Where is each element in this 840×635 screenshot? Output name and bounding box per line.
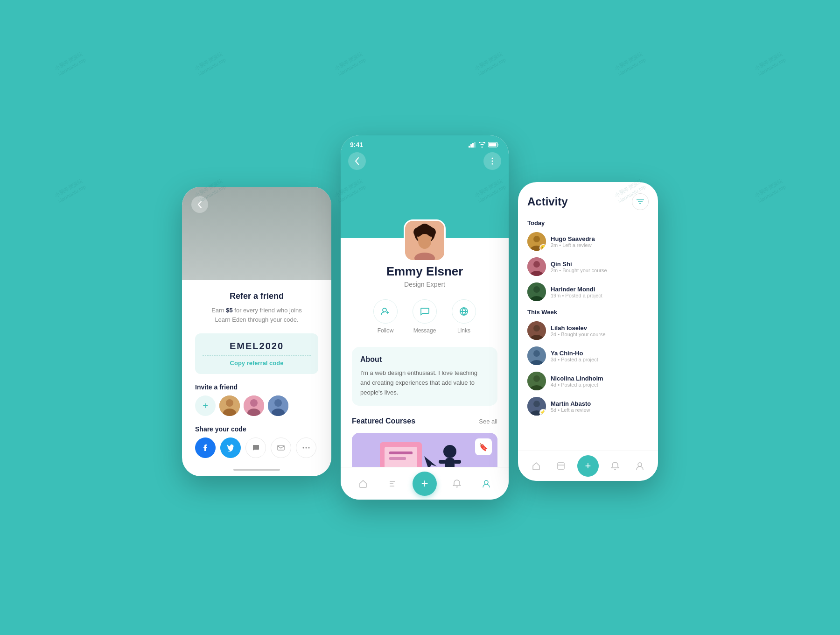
watermark-12: 小脑斧资源站xiaonaofu.top [678, 100, 840, 281]
profile-actions: Follow Message Links [352, 299, 497, 334]
nav-notifications[interactable] [448, 474, 466, 493]
svg-point-7 [274, 399, 282, 407]
profile-avatar [404, 219, 446, 261]
activity-title: Activity [527, 195, 568, 208]
activity-emoji-hugo: 😊 [539, 244, 546, 251]
nav-home[interactable] [354, 474, 372, 493]
svg-point-4 [250, 399, 258, 407]
svg-rect-71 [558, 463, 564, 469]
activity-nicolina: Nicolina Lindholm 4d • Posted a project [527, 372, 649, 390]
facebook-share-button[interactable] [195, 437, 216, 458]
activity-info-qin: Qin Shi 2m • Bought your course [551, 261, 649, 273]
wifi-icon [479, 142, 485, 148]
svg-rect-9 [278, 445, 284, 450]
copy-divider [203, 355, 311, 356]
svg-point-66 [533, 375, 540, 382]
activity-martin: ⭐ Martín Abasto 5d • Left a review [527, 397, 649, 416]
activity-hugo: 😊 Hugo Saavedra 2m • Left a review [527, 232, 649, 251]
right-nav-notifications[interactable] [607, 458, 623, 474]
battery-icon [488, 142, 499, 148]
back-button[interactable] [191, 196, 208, 213]
svg-rect-42 [439, 460, 446, 464]
filter-button[interactable] [632, 193, 649, 210]
nav-add-button[interactable]: + [413, 472, 437, 496]
profile-header: 9:41 [341, 135, 509, 238]
activity-info-hugo: Hugo Saavedra 2m • Left a review [551, 235, 649, 248]
right-nav-home[interactable] [528, 458, 545, 474]
profile-name: Emmy Elsner [352, 264, 497, 279]
activity-detail-lilah: 2d • Bought your course [551, 332, 649, 337]
profile-avatar-image [405, 221, 444, 260]
invite-avatar-1[interactable] [219, 395, 240, 416]
svg-point-1 [226, 399, 233, 407]
links-label: Links [457, 327, 470, 334]
activity-info-harinder: Harinder Mondi 19m • Posted a project [551, 286, 649, 298]
status-icons [469, 142, 499, 148]
message-share-button[interactable] [245, 437, 266, 458]
svg-point-54 [533, 261, 540, 268]
activity-name-qin: Qin Shi [551, 261, 649, 268]
follow-action[interactable]: Follow [373, 299, 398, 334]
share-section: Share your code [195, 425, 318, 458]
email-share-button[interactable] [271, 437, 291, 458]
today-label: Today [527, 219, 649, 226]
watermark-5: 小脑斧资源站xiaonaofu.top [538, 0, 722, 154]
signal-icon [469, 142, 476, 148]
right-nav-profile[interactable] [631, 458, 648, 474]
activity-avatar-lilah [527, 321, 546, 340]
add-friend-button[interactable]: + [195, 395, 216, 416]
activity-emoji-martin: ⭐ [539, 409, 546, 416]
activity-name-lilah: Lilah Ioselev [551, 325, 649, 332]
featured-header: Featured Courses See all [352, 417, 497, 425]
message-action[interactable]: Message [413, 299, 437, 334]
svg-rect-38 [389, 457, 406, 460]
activity-name-nicolina: Nicolina Lindholm [551, 375, 649, 382]
profile-content: Emmy Elsner Design Expert Follow Message [341, 238, 509, 500]
see-all-button[interactable]: See all [479, 418, 497, 425]
activity-detail-martin: 5d • Left a review [551, 407, 649, 413]
about-section: About I'm a web design enthusiast. I lov… [352, 347, 497, 406]
invite-avatar-3[interactable] [268, 395, 288, 416]
activity-avatar-hugo: 😊 [527, 232, 546, 251]
invite-label: Invite a friend [195, 383, 318, 391]
status-bar: 9:41 [341, 135, 509, 152]
svg-point-63 [533, 350, 540, 357]
middle-phone: 9:41 [341, 135, 509, 500]
right-nav-add-button[interactable]: + [577, 455, 599, 477]
share-icons [195, 437, 318, 458]
bookmark-button[interactable]: 🔖 [475, 438, 492, 455]
right-nav-courses[interactable] [553, 458, 569, 474]
svg-point-30 [383, 308, 386, 312]
activity-avatar-martin: ⭐ [527, 397, 546, 416]
back-button[interactable] [348, 152, 366, 170]
header-actions [341, 152, 509, 170]
activity-harinder: Harinder Mondi 19m • Posted a project [527, 282, 649, 301]
twitter-share-button[interactable] [220, 437, 241, 458]
activity-info-lilah: Lilah Ioselev 2d • Bought your course [551, 325, 649, 337]
watermark-6: 小脑斧资源站xiaonaofu.top [678, 0, 840, 154]
nav-courses[interactable] [383, 474, 402, 493]
svg-point-20 [492, 161, 493, 162]
activity-info-ya: Ya Chin-Ho 3d • Posted a project [551, 350, 649, 362]
svg-point-72 [638, 463, 642, 466]
activity-detail-harinder: 19m • Posted a project [551, 293, 649, 298]
this-week-label: This Week [527, 309, 649, 316]
left-phone-header [182, 187, 331, 280]
activity-ya: Ya Chin-Ho 3d • Posted a project [527, 346, 649, 365]
nav-profile[interactable] [477, 474, 496, 493]
svg-point-60 [533, 325, 540, 332]
invite-avatars: + [195, 395, 318, 416]
activity-detail-ya: 3d • Posted a project [551, 357, 649, 362]
watermark-4: 小脑斧资源站xiaonaofu.top [398, 0, 582, 154]
invite-avatar-2[interactable] [244, 395, 264, 416]
right-phone-nav: + [518, 451, 658, 481]
svg-point-27 [419, 224, 430, 235]
svg-point-10 [303, 447, 304, 449]
copy-referral-button[interactable]: Copy referral code [203, 360, 311, 367]
more-options-button[interactable] [483, 152, 501, 170]
svg-point-21 [492, 163, 493, 165]
activity-name-ya: Ya Chin-Ho [551, 350, 649, 357]
links-action[interactable]: Links [452, 299, 476, 334]
more-share-button[interactable] [296, 437, 316, 458]
message-label: Message [413, 327, 436, 334]
